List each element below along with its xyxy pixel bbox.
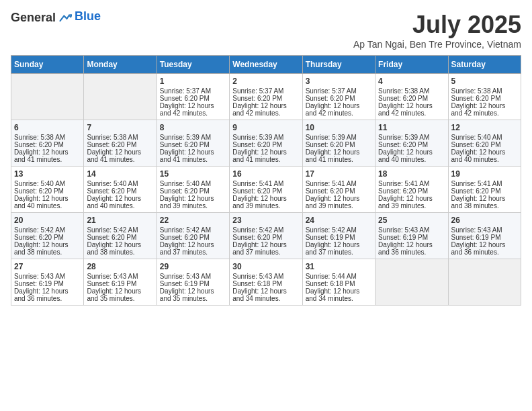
daylight-text: Daylight: 12 hours and 41 minutes. [14, 148, 81, 163]
logo-general: General [11, 11, 56, 25]
day-number: 4 [378, 77, 445, 86]
sunrise-text: Sunrise: 5:40 AM [451, 134, 518, 141]
calendar-cell: 13Sunrise: 5:40 AMSunset: 6:20 PMDayligh… [11, 167, 84, 213]
daylight-text: Daylight: 12 hours and 38 minutes. [87, 241, 153, 256]
calendar-cell [11, 74, 84, 120]
daylight-text: Daylight: 12 hours and 42 minutes. [378, 102, 445, 117]
daylight-text: Daylight: 12 hours and 41 minutes. [87, 148, 153, 163]
day-number: 5 [451, 77, 518, 86]
daylight-text: Daylight: 12 hours and 37 minutes. [160, 241, 226, 256]
day-number: 7 [87, 123, 153, 132]
sunrise-text: Sunrise: 5:37 AM [306, 87, 372, 95]
sunrise-text: Sunrise: 5:44 AM [306, 273, 372, 280]
sunset-text: Sunset: 6:19 PM [87, 280, 153, 287]
daylight-text: Daylight: 12 hours and 36 minutes. [378, 241, 445, 256]
calendar-day-header: Thursday [302, 56, 375, 74]
day-number: 18 [378, 169, 445, 179]
sunset-text: Sunset: 6:20 PM [14, 187, 81, 195]
calendar-cell: 29Sunrise: 5:43 AMSunset: 6:19 PMDayligh… [157, 259, 229, 306]
day-number: 9 [232, 123, 299, 132]
sunrise-text: Sunrise: 5:42 AM [14, 226, 81, 234]
day-number: 28 [87, 262, 153, 271]
calendar-cell: 6Sunrise: 5:38 AMSunset: 6:20 PMDaylight… [11, 120, 84, 167]
sunrise-text: Sunrise: 5:39 AM [160, 134, 226, 141]
daylight-text: Daylight: 12 hours and 40 minutes. [14, 195, 81, 210]
sunset-text: Sunset: 6:19 PM [378, 234, 445, 241]
sunset-text: Sunset: 6:20 PM [87, 141, 153, 148]
calendar-table: SundayMondayTuesdayWednesdayThursdayFrid… [11, 55, 521, 306]
day-number: 22 [160, 216, 226, 225]
sunset-text: Sunset: 6:20 PM [160, 187, 226, 195]
calendar-cell: 20Sunrise: 5:42 AMSunset: 6:20 PMDayligh… [11, 213, 84, 259]
logo-blue: Blue [75, 9, 101, 24]
calendar-cell: 1Sunrise: 5:37 AMSunset: 6:20 PMDaylight… [157, 74, 229, 120]
sunrise-text: Sunrise: 5:37 AM [232, 87, 299, 95]
calendar-cell: 17Sunrise: 5:41 AMSunset: 6:20 PMDayligh… [302, 167, 375, 213]
daylight-text: Daylight: 12 hours and 38 minutes. [14, 241, 81, 256]
daylight-text: Daylight: 12 hours and 42 minutes. [232, 102, 299, 117]
day-number: 24 [306, 216, 372, 225]
sunset-text: Sunset: 6:20 PM [87, 234, 153, 241]
sunrise-text: Sunrise: 5:43 AM [451, 226, 518, 234]
day-number: 3 [306, 77, 372, 86]
sunrise-text: Sunrise: 5:43 AM [232, 273, 299, 280]
sunrise-text: Sunrise: 5:37 AM [160, 87, 226, 95]
day-number: 8 [160, 123, 226, 132]
sunset-text: Sunset: 6:20 PM [232, 141, 299, 148]
calendar-cell: 31Sunrise: 5:44 AMSunset: 6:18 PMDayligh… [302, 259, 375, 306]
calendar-cell: 28Sunrise: 5:43 AMSunset: 6:19 PMDayligh… [84, 259, 157, 306]
sunset-text: Sunset: 6:19 PM [306, 234, 372, 241]
sunset-text: Sunset: 6:20 PM [378, 187, 445, 195]
daylight-text: Daylight: 12 hours and 39 minutes. [378, 195, 445, 210]
calendar-cell: 14Sunrise: 5:40 AMSunset: 6:20 PMDayligh… [84, 167, 157, 213]
sunrise-text: Sunrise: 5:41 AM [306, 180, 372, 187]
day-number: 2 [232, 77, 299, 86]
daylight-text: Daylight: 12 hours and 36 minutes. [14, 287, 81, 302]
sunset-text: Sunset: 6:20 PM [232, 234, 299, 241]
sunrise-text: Sunrise: 5:40 AM [87, 180, 153, 187]
calendar-cell: 8Sunrise: 5:39 AMSunset: 6:20 PMDaylight… [157, 120, 229, 167]
calendar-week-row: 13Sunrise: 5:40 AMSunset: 6:20 PMDayligh… [11, 167, 521, 213]
sunrise-text: Sunrise: 5:40 AM [160, 180, 226, 187]
sunrise-text: Sunrise: 5:38 AM [14, 134, 81, 141]
sunset-text: Sunset: 6:19 PM [160, 280, 226, 287]
sunset-text: Sunset: 6:20 PM [14, 141, 81, 148]
calendar-cell: 22Sunrise: 5:42 AMSunset: 6:20 PMDayligh… [157, 213, 229, 259]
day-number: 29 [160, 262, 226, 271]
day-number: 27 [14, 262, 81, 271]
day-number: 25 [378, 216, 445, 225]
calendar-day-header: Friday [375, 56, 448, 74]
daylight-text: Daylight: 12 hours and 37 minutes. [306, 241, 372, 256]
sunrise-text: Sunrise: 5:43 AM [87, 273, 153, 280]
location-title: Ap Tan Ngai, Ben Tre Province, Vietnam [353, 39, 521, 50]
calendar-cell: 12Sunrise: 5:40 AMSunset: 6:20 PMDayligh… [448, 120, 521, 167]
daylight-text: Daylight: 12 hours and 39 minutes. [160, 195, 226, 210]
calendar-cell: 2Sunrise: 5:37 AMSunset: 6:20 PMDaylight… [230, 74, 302, 120]
daylight-text: Daylight: 12 hours and 42 minutes. [306, 102, 372, 117]
calendar-week-row: 1Sunrise: 5:37 AMSunset: 6:20 PMDaylight… [11, 74, 521, 120]
calendar-cell: 16Sunrise: 5:41 AMSunset: 6:20 PMDayligh… [230, 167, 302, 213]
sunset-text: Sunset: 6:20 PM [232, 95, 299, 102]
daylight-text: Daylight: 12 hours and 41 minutes. [232, 148, 299, 163]
calendar-cell: 21Sunrise: 5:42 AMSunset: 6:20 PMDayligh… [84, 213, 157, 259]
daylight-text: Daylight: 12 hours and 40 minutes. [87, 195, 153, 210]
calendar-week-row: 6Sunrise: 5:38 AMSunset: 6:20 PMDaylight… [11, 120, 521, 167]
sunset-text: Sunset: 6:19 PM [451, 234, 518, 241]
sunrise-text: Sunrise: 5:42 AM [306, 226, 372, 234]
sunrise-text: Sunrise: 5:43 AM [160, 273, 226, 280]
day-number: 23 [232, 216, 299, 225]
sunrise-text: Sunrise: 5:42 AM [87, 226, 153, 234]
daylight-text: Daylight: 12 hours and 39 minutes. [306, 195, 372, 210]
sunrise-text: Sunrise: 5:38 AM [378, 87, 445, 95]
calendar-cell: 19Sunrise: 5:41 AMSunset: 6:20 PMDayligh… [448, 167, 521, 213]
day-number: 1 [160, 77, 226, 86]
calendar-cell [448, 259, 521, 306]
sunrise-text: Sunrise: 5:43 AM [14, 273, 81, 280]
logo-icon [58, 11, 72, 25]
logo: General Blue [11, 11, 101, 25]
calendar-cell [375, 259, 448, 306]
sunset-text: Sunset: 6:20 PM [378, 95, 445, 102]
sunset-text: Sunset: 6:20 PM [378, 141, 445, 148]
sunrise-text: Sunrise: 5:39 AM [306, 134, 372, 141]
day-number: 11 [378, 123, 445, 132]
